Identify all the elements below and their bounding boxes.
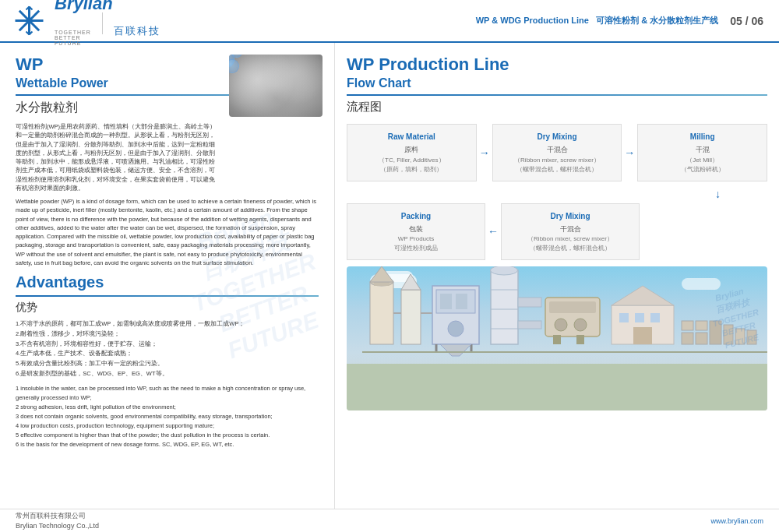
svg-rect-9 xyxy=(370,282,393,344)
footer-company: 常州百联科技有限公司 Brylian Technology Co.,Ltd xyxy=(16,511,99,530)
header-right: WP & WDG Production Line 可溶性粉剂 & 水分散粒剂生产… xyxy=(476,15,763,27)
right-panel: WP Production Line Flow Chart 流程图 Raw Ma… xyxy=(335,43,779,509)
brand-name: Brylian xyxy=(55,0,160,12)
factory-image: Brylian百联科技TOGETHERBETTERFUTURE xyxy=(347,266,767,410)
dry-mixing-1-sub-cn: （螺带混合机，螺杆混合机） xyxy=(516,165,597,174)
milling-sub-cn: （气流粉碎机） xyxy=(681,165,724,174)
factory-equipment xyxy=(362,266,767,368)
svg-rect-33 xyxy=(518,321,541,329)
company-cn: 常州百联科技有限公司 xyxy=(16,511,99,521)
svg-rect-35 xyxy=(549,301,596,313)
svg-point-28 xyxy=(491,266,518,275)
packing-title: Packing xyxy=(401,210,431,222)
svg-point-21 xyxy=(448,321,464,336)
flow-down-arrow: ↓ xyxy=(347,188,767,200)
factory-ground xyxy=(347,364,767,410)
advantages-section: Advantages 优势 1.不溶于水的原药，都可加工成WP，如需制成高浓度或… xyxy=(16,273,319,449)
dry-mixing-2-cn: 干混合 xyxy=(560,224,581,235)
svg-rect-20 xyxy=(456,294,467,309)
milling-title: Milling xyxy=(690,131,715,143)
tagline-2: BETTER xyxy=(55,35,91,41)
logo-cn: 百联科技 xyxy=(114,24,160,38)
flow-milling: Milling 干混 （Jet Mill） （气流粉碎机） xyxy=(637,124,767,181)
packing-cn: 包装 xyxy=(409,224,423,235)
flow-raw-material: Raw Material 原料 （TC, Filler, Additives） … xyxy=(347,124,477,181)
svg-rect-43 xyxy=(635,313,644,322)
packing-sub: WP Products xyxy=(398,234,435,244)
svg-rect-19 xyxy=(440,294,452,309)
svg-marker-41 xyxy=(612,286,674,305)
raw-material-sub: （TC, Filler, Additives） xyxy=(379,156,444,165)
dry-mixing-1-title: Dry Mixing xyxy=(537,131,576,143)
page-number: 05 / 06 xyxy=(730,15,763,27)
flow-divider xyxy=(347,94,767,96)
advantages-list-cn: 1.不溶于水的原药，都可加工成WP，如需制成高浓度或喷雾使用，一般加工成WP； … xyxy=(16,319,319,379)
raw-material-cn: 原料 xyxy=(404,145,418,156)
advantages-list-en: 1 insoluble in the water, can be process… xyxy=(16,384,319,449)
svg-rect-38 xyxy=(553,335,561,344)
flow-cn: 流程图 xyxy=(347,100,767,115)
svg-marker-26 xyxy=(440,344,471,356)
left-panel: WP Wettable Power 水分散粒剂 可湿性粉剂(WP)是用农药原药、… xyxy=(0,43,335,509)
logo-area: Brylian TOGETHER BETTER FUTURE 百联科技 xyxy=(12,0,160,46)
logo-text: Brylian TOGETHER BETTER FUTURE 百联科技 xyxy=(55,0,160,46)
svg-rect-44 xyxy=(650,313,660,322)
raw-material-sub-cn: （原药，填料，助剂） xyxy=(380,165,442,174)
production-line-title: WP Production Line xyxy=(347,55,767,75)
milling-cn: 干混 xyxy=(696,145,710,156)
dry-mixing-1-sub: （Ribbon mixer, screw mixer） xyxy=(514,156,600,165)
packing-sub-cn: 可湿性粉剂成品 xyxy=(394,244,438,253)
flow-dry-mixing-2: Dry Mixing 干混合 （Ribbon mixer, screw mixe… xyxy=(501,203,640,261)
svg-rect-49 xyxy=(696,333,707,344)
page-footer: 常州百联科技有限公司 Brylian Technology Co.,Ltd ww… xyxy=(0,509,779,532)
svg-rect-42 xyxy=(619,313,629,322)
milling-sub: （Jet Mill） xyxy=(686,156,718,165)
flow-dry-mixing-1: Dry Mixing 干混合 （Ribbon mixer, screw mixe… xyxy=(492,124,622,181)
svg-point-37 xyxy=(574,319,587,331)
dry-mixing-1-cn: 干混合 xyxy=(547,145,568,156)
svg-point-8 xyxy=(27,19,32,23)
svg-rect-48 xyxy=(682,333,693,344)
flow-row-2: Packing 包装 WP Products 可湿性粉剂成品 ← Dry Mix… xyxy=(347,203,767,261)
arrow-3: ← xyxy=(485,225,501,238)
company-en: Brylian Technology Co.,Ltd xyxy=(16,521,99,531)
flow-row-1: Raw Material 原料 （TC, Filler, Additives） … xyxy=(347,124,767,181)
svg-rect-46 xyxy=(682,321,693,330)
page-label: WP & WDG Production Line xyxy=(476,16,589,25)
arrow-1: → xyxy=(477,146,492,159)
svg-rect-47 xyxy=(696,321,707,330)
powder-image xyxy=(229,55,323,117)
dry-mixing-2-sub: （Ribbon mixer, screw mixer） xyxy=(527,234,613,244)
wp-body-en: Wettable powder (WP) is a kind of dosage… xyxy=(16,197,319,267)
advantages-divider xyxy=(16,295,319,297)
advantages-title: Advantages xyxy=(16,273,319,291)
svg-point-36 xyxy=(555,319,567,331)
logo-icon xyxy=(12,3,47,38)
svg-marker-14 xyxy=(401,274,421,290)
svg-rect-32 xyxy=(518,298,541,307)
flow-packing: Packing 包装 WP Products 可湿性粉剂成品 xyxy=(347,203,485,261)
page-label-cn: 可溶性粉剂 & 水分散粒剂生产线 xyxy=(596,16,718,25)
raw-material-title: Raw Material xyxy=(388,131,435,143)
header-title: WP & WDG Production Line 可溶性粉剂 & 水分散粒剂生产… xyxy=(476,15,718,26)
footer-website: www.brylian.com xyxy=(710,517,763,525)
svg-marker-12 xyxy=(370,266,393,282)
svg-rect-11 xyxy=(374,282,390,286)
svg-rect-45 xyxy=(633,327,652,344)
arrow-2: → xyxy=(622,146,637,159)
tagline-1: TOGETHER xyxy=(55,30,91,35)
page-header: Brylian TOGETHER BETTER FUTURE 百联科技 WP &… xyxy=(0,0,779,43)
svg-rect-39 xyxy=(576,335,584,344)
main-content: WP Wettable Power 水分散粒剂 可湿性粉剂(WP)是用农药原药、… xyxy=(0,43,779,509)
dry-mixing-2-sub-cn: （螺带混合机，螺杆混合机） xyxy=(530,244,611,253)
advantages-cn: 优势 xyxy=(16,301,319,315)
dry-mixing-2-title: Dry Mixing xyxy=(550,210,590,222)
svg-rect-27 xyxy=(491,270,518,344)
svg-rect-13 xyxy=(401,290,421,344)
flow-chart-title: Flow Chart xyxy=(347,76,767,90)
wp-body-cn: 可湿性粉剂(WP)是用农药原药、惰性填料（大部分是膨润土、高岭土等）和一定量的助… xyxy=(16,122,319,192)
